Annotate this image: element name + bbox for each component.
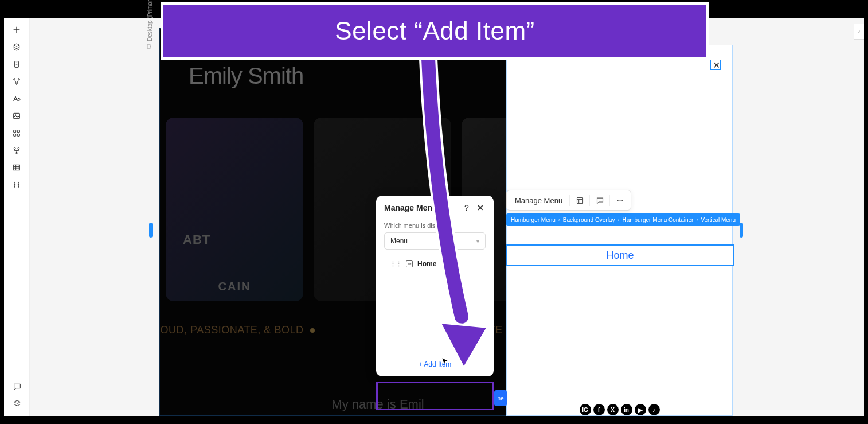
- svg-rect-7: [14, 130, 16, 133]
- left-tool-sidebar: [4, 18, 30, 416]
- element-breadcrumb[interactable]: Hamburger Menu› Background Overlay› Hamb…: [506, 213, 740, 226]
- svg-point-4: [18, 98, 20, 100]
- svg-point-3: [16, 83, 18, 85]
- close-icon[interactable]: ✕: [475, 203, 486, 213]
- more-icon[interactable]: [612, 193, 627, 208]
- ruler-handle-right[interactable]: [740, 223, 743, 238]
- svg-rect-16: [577, 197, 582, 203]
- code-icon[interactable]: [8, 176, 25, 193]
- youtube-icon[interactable]: ▶: [635, 404, 646, 415]
- linkedin-icon[interactable]: in: [621, 404, 632, 415]
- desktop-icon: [146, 44, 153, 49]
- menu-select[interactable]: Menu ▾: [384, 232, 486, 250]
- tagline-text: LOUD, PASSIONATE, & BOLD: [159, 324, 315, 336]
- ruler-handle-left[interactable]: [149, 223, 153, 238]
- breadcrumb-item[interactable]: Hamburger Menu: [511, 217, 556, 223]
- instruction-text: Select “Add Item”: [335, 17, 534, 45]
- layout-icon[interactable]: [572, 193, 587, 208]
- menu-items-list: ⋮⋮ ▭ Home: [384, 250, 486, 346]
- viewport-label-text: Desktop (Primary): [147, 0, 153, 41]
- svg-point-12: [18, 147, 19, 149]
- svg-rect-9: [14, 134, 16, 136]
- site-title: Emily Smith: [189, 63, 303, 89]
- collapse-panel-icon[interactable]: ‹: [854, 24, 864, 40]
- close-icon[interactable]: ×: [713, 59, 868, 72]
- tiktok-icon[interactable]: ♪: [648, 404, 660, 415]
- hamburger-menu-preview: IG f X in ▶ ♪: [506, 45, 733, 416]
- vertical-menu-item-home[interactable]: Home: [506, 244, 734, 266]
- chevron-down-icon: ▾: [476, 238, 479, 244]
- social-icons-row: IG f X in ▶ ♪: [580, 404, 660, 415]
- svg-rect-10: [17, 134, 19, 136]
- body-text: My name is Emil Since childhood strident…: [263, 395, 492, 416]
- add-icon[interactable]: [8, 21, 25, 38]
- done-chip[interactable]: ne: [494, 390, 507, 406]
- divider-line: [160, 98, 506, 98]
- breadcrumb-item[interactable]: Background Overlay: [563, 217, 615, 223]
- manage-menu-panel: Manage Menu ? ✕ Which menu is displaye M…: [376, 196, 494, 376]
- table-icon[interactable]: [8, 159, 25, 176]
- add-item-button[interactable]: + Add Item: [376, 352, 494, 376]
- svg-point-1: [14, 79, 15, 80]
- chevron-right-icon: ›: [696, 217, 698, 223]
- facebook-icon[interactable]: f: [593, 404, 605, 415]
- breadcrumb-item[interactable]: Vertical Menu: [701, 217, 736, 223]
- svg-point-18: [619, 200, 620, 201]
- instruction-banner: Select “Add Item”: [161, 2, 709, 60]
- svg-point-19: [621, 200, 623, 201]
- help-layers-icon[interactable]: [9, 395, 26, 413]
- page-icon: ▭: [406, 260, 413, 267]
- connect-icon[interactable]: [8, 73, 25, 90]
- card-label: CAIN: [218, 280, 251, 293]
- menu-item-name: Home: [417, 260, 436, 268]
- pages-icon[interactable]: [8, 56, 25, 73]
- separator: [589, 195, 590, 206]
- x-icon[interactable]: X: [607, 404, 619, 415]
- svg-rect-14: [14, 165, 20, 170]
- tagline-left: LOUD, PASSIONATE, & BOLD: [159, 324, 303, 336]
- comment-icon[interactable]: [592, 193, 607, 208]
- gallery-card: ABT CAIN: [166, 118, 303, 301]
- svg-rect-8: [17, 130, 19, 133]
- menu-item-label: Home: [606, 250, 634, 262]
- panel-title: Manage Menu: [384, 203, 458, 212]
- svg-rect-5: [14, 113, 20, 118]
- separator: [569, 195, 570, 206]
- layers-icon[interactable]: [8, 38, 25, 56]
- typography-icon[interactable]: [8, 90, 25, 107]
- card-overlay-text: ABT: [183, 232, 210, 247]
- svg-rect-15: [147, 44, 150, 49]
- breadcrumb-item[interactable]: Hamburger Menu Container: [622, 217, 693, 223]
- instagram-icon[interactable]: IG: [580, 404, 591, 415]
- dynamic-icon[interactable]: [8, 142, 25, 159]
- bullet-icon: [310, 328, 315, 333]
- svg-point-13: [16, 152, 18, 154]
- chevron-right-icon: ›: [558, 217, 560, 223]
- viewport-label: Desktop (Primary): [146, 0, 153, 49]
- svg-point-11: [14, 147, 15, 149]
- svg-point-2: [18, 79, 20, 80]
- comments-icon[interactable]: [9, 378, 26, 395]
- select-value: Menu: [390, 237, 408, 245]
- apps-icon[interactable]: [8, 125, 25, 142]
- body-line: My name is Emil: [331, 397, 424, 411]
- panel-header: Manage Menu ? ✕: [376, 196, 494, 220]
- chevron-right-icon: ›: [617, 217, 619, 223]
- toolbar-label[interactable]: Manage Menu: [510, 196, 567, 205]
- mouse-cursor-icon: [441, 357, 449, 368]
- chip-label: ne: [497, 395, 503, 402]
- field-label: Which menu is displaye: [384, 222, 486, 229]
- help-icon[interactable]: ?: [462, 203, 472, 213]
- image-icon[interactable]: [8, 107, 25, 125]
- element-toolbar: Manage Menu: [506, 190, 631, 211]
- header-divider: [507, 87, 732, 87]
- separator: [609, 195, 610, 206]
- drag-handle-icon[interactable]: ⋮⋮: [390, 260, 401, 268]
- menu-item-row[interactable]: ⋮⋮ ▭ Home: [390, 258, 480, 270]
- svg-point-17: [617, 200, 618, 201]
